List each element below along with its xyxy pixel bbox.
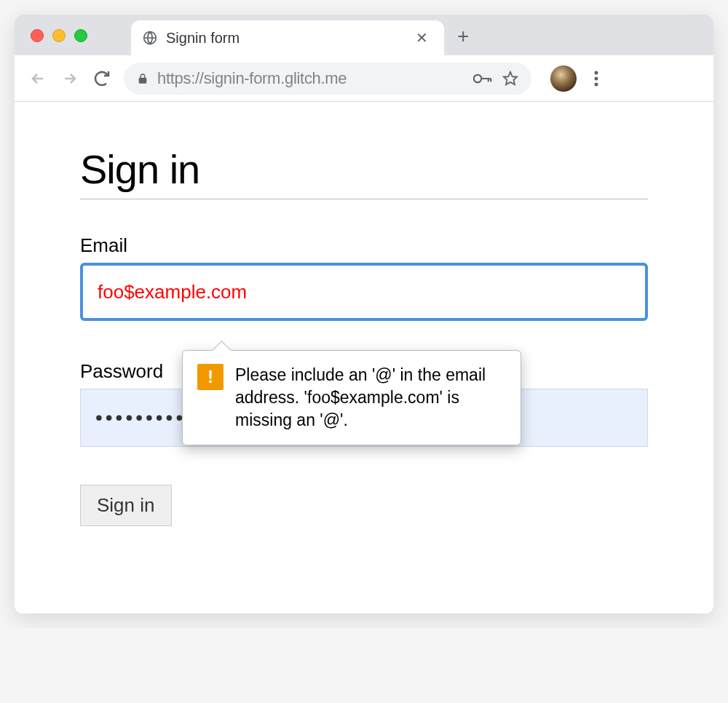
- email-group: Email: [80, 234, 648, 321]
- star-icon[interactable]: [502, 71, 518, 87]
- maximize-window-button[interactable]: [74, 29, 87, 42]
- close-tab-button[interactable]: ✕: [411, 29, 432, 47]
- forward-button[interactable]: [60, 68, 80, 89]
- window-controls: [31, 29, 87, 42]
- password-group: Password ! Please include an '@' in the …: [80, 360, 648, 447]
- page-content: Sign in Email Password ! Please include …: [15, 102, 713, 613]
- svg-point-1: [474, 74, 481, 82]
- svg-point-4: [595, 76, 598, 80]
- lock-icon: [137, 72, 149, 85]
- back-button[interactable]: [28, 68, 48, 89]
- url-text: https://signin-form.glitch.me: [157, 69, 464, 88]
- globe-icon: [143, 31, 157, 45]
- tab-title: Signin form: [166, 30, 403, 47]
- svg-marker-2: [504, 71, 517, 84]
- close-window-button[interactable]: [31, 29, 44, 42]
- key-icon[interactable]: [473, 73, 492, 84]
- validation-message: Please include an '@' in the email addre…: [235, 364, 506, 432]
- address-bar[interactable]: https://signin-form.glitch.me: [124, 63, 531, 95]
- browser-window: Signin form ✕ +: [15, 15, 713, 613]
- title-bar: Signin form ✕ +: [15, 15, 713, 55]
- email-label: Email: [80, 234, 648, 257]
- profile-avatar[interactable]: [550, 65, 577, 92]
- warning-icon: !: [197, 364, 223, 390]
- minimize-window-button[interactable]: [52, 29, 66, 42]
- toolbar: https://signin-form.glitch.me: [15, 55, 713, 102]
- browser-tab[interactable]: Signin form ✕: [131, 20, 444, 55]
- signin-button[interactable]: Sign in: [80, 485, 172, 526]
- new-tab-button[interactable]: +: [457, 25, 469, 48]
- menu-button[interactable]: [594, 71, 598, 87]
- validation-tooltip: ! Please include an '@' in the email add…: [182, 350, 521, 445]
- email-input[interactable]: [80, 263, 648, 321]
- reload-button[interactable]: [92, 68, 112, 89]
- svg-point-5: [595, 82, 598, 86]
- svg-point-3: [595, 71, 598, 74]
- page-title: Sign in: [80, 146, 648, 199]
